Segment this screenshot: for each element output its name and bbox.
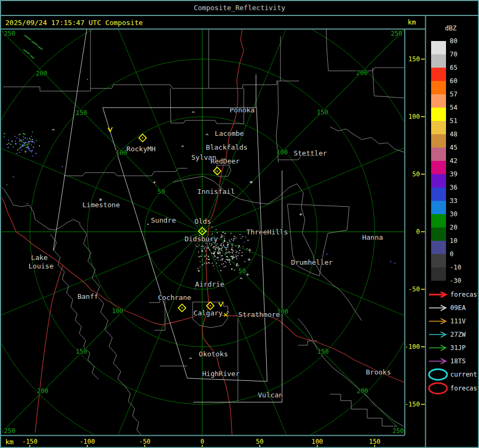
echo-dot <box>227 246 228 247</box>
legend-label: current <box>450 371 477 378</box>
city-label: Sundre <box>151 216 176 224</box>
echo-dot <box>19 152 20 153</box>
colorbar-value-label: 0 <box>450 250 453 258</box>
echo-dot <box>216 263 217 264</box>
city-label: Didsbury <box>185 235 218 243</box>
ring-distance-label: 200 <box>356 69 368 77</box>
colorbar-value-label: 65 <box>450 64 457 71</box>
echo-dot <box>231 249 233 250</box>
echo-dot <box>21 146 22 147</box>
city-label: RockyMH <box>127 145 156 153</box>
radar-site-center-dot <box>142 137 143 139</box>
echo-dot <box>235 250 236 251</box>
colorbar-value-label: 10 <box>450 237 457 245</box>
ring-distance-label: 250 <box>391 30 402 37</box>
colorbar-swatch <box>431 41 446 54</box>
colorbar-value-label: 36 <box>450 184 457 191</box>
echo-dot <box>221 234 222 235</box>
radar-site-center-dot <box>181 307 183 308</box>
echo-dot <box>27 144 28 145</box>
echo-dot <box>236 264 237 265</box>
echo-dot <box>214 248 216 249</box>
range-ring-200 <box>1 2 432 447</box>
ring-distance-label: 150 <box>317 348 329 355</box>
echo-dot <box>227 259 229 260</box>
echo-dot <box>15 143 16 144</box>
echo-dot <box>216 245 217 246</box>
bottom-axis-label: 0 <box>200 438 204 445</box>
echo-dot <box>218 253 219 254</box>
radar-map[interactable]: 5010015020025010015020025010015020025050… <box>1 1 478 447</box>
echo-dot <box>202 264 203 265</box>
echo-dot <box>217 232 218 233</box>
colorbar-value-label: 60 <box>450 77 457 85</box>
echo-dot <box>229 262 230 263</box>
echo-dot <box>206 255 207 256</box>
echo-dot <box>21 150 22 151</box>
echo-dot <box>231 268 233 270</box>
echo-dot <box>33 146 34 148</box>
bottom-axis-label: 50 <box>256 438 263 445</box>
echo-dot <box>213 247 214 248</box>
colorbar-swatch <box>431 108 446 121</box>
echo-dot <box>27 142 28 143</box>
echo-dot <box>26 147 27 148</box>
ring-distance-label: 100 <box>115 149 127 157</box>
echo-dot <box>22 144 23 145</box>
echo-dot <box>222 232 224 233</box>
town-marker-caret: ^ <box>240 277 243 283</box>
echo-dot <box>323 251 324 252</box>
colorbar-value-label: 57 <box>450 91 457 98</box>
town-marker-caret: ^ <box>52 128 55 134</box>
echo-dot <box>216 247 217 248</box>
echo-dot <box>200 266 201 267</box>
echo-dot <box>218 251 219 252</box>
echo-dot <box>226 262 227 263</box>
echo-dot <box>32 132 33 133</box>
right-axis-label: -150 <box>404 401 420 408</box>
city-label: Strathmore <box>238 311 280 319</box>
echo-dot <box>224 238 225 239</box>
echo-dot <box>230 233 232 234</box>
ring-distance-label: 150 <box>317 109 328 116</box>
echo-dot <box>199 271 200 272</box>
echo-dot <box>28 143 30 144</box>
city-label: Blackfalds <box>206 143 247 151</box>
echo-dot <box>235 255 237 256</box>
city-label: Airdrie <box>195 280 225 288</box>
echo-dot <box>204 247 205 248</box>
app-window: Composite_Reflectivity 2025/09/24 17:15:… <box>0 0 479 448</box>
county-boundary <box>90 81 299 88</box>
ring-distance-label: 50 <box>158 188 165 196</box>
echo-dot <box>219 252 221 254</box>
echo-dot <box>220 259 221 260</box>
legend-label: forecast <box>450 385 478 392</box>
echo-dot <box>241 255 243 256</box>
radar-site-center-dot <box>210 305 211 306</box>
echo-dot <box>221 250 222 251</box>
echo-dot <box>230 264 231 265</box>
city-label: Calgary <box>194 309 223 317</box>
echo-dot <box>224 266 225 267</box>
echo-dot <box>216 229 217 230</box>
echo-dot <box>213 251 215 252</box>
echo-dot <box>225 233 226 234</box>
town-marker-caret: ^ <box>181 145 184 151</box>
echo-dot <box>224 247 226 248</box>
echo-dot <box>227 242 228 243</box>
echo-dot <box>213 257 214 258</box>
echo-dot <box>226 256 228 257</box>
echo-dot <box>233 255 234 256</box>
echo-dot <box>19 141 21 142</box>
echo-dot <box>226 250 227 251</box>
echo-dot <box>27 146 29 147</box>
colorbar-swatch <box>431 241 446 254</box>
echo-dot <box>4 136 5 137</box>
echo-dot <box>237 255 238 256</box>
echo-dot <box>19 139 20 140</box>
echo-dot <box>16 137 18 139</box>
echo-dot <box>15 141 16 142</box>
echo-dot <box>204 263 205 264</box>
colorbar-value-label: 70 <box>450 51 457 58</box>
city-label: Innisfail <box>197 188 235 196</box>
